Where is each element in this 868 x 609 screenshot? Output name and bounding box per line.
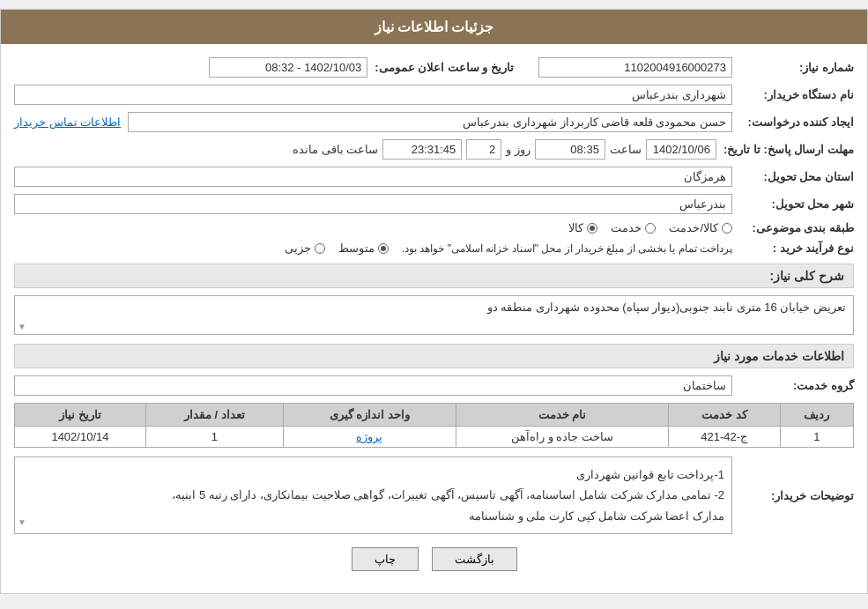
cell-date: 1402/10/14 [15,427,146,448]
print-button[interactable]: چاپ [352,547,419,571]
buyer-notes-box: 1-پرداخت تابع قوانین شهرداری 2- تمامی مد… [14,457,732,534]
services-table-body: 1 ج-42-421 ساخت جاده و راه‌آهن پروژه 1 1… [15,427,854,448]
purchase-type-label: نوع فرآیند خرید : [739,241,854,255]
cell-unit: پروژه [283,427,456,448]
category-radio-kala-khedmat: کالا/خدمت [669,221,732,234]
need-description-value: تعریض خیابان 16 متری نابند جنوبی(دیوار س… [487,301,846,314]
cell-quantity: 1 [145,427,283,448]
response-time-label: ساعت [610,143,642,156]
response-days: 2 [466,139,501,160]
buyer-name-label: نام دستگاه خریدار: [739,88,854,101]
purchase-radio-jozi-circle [315,243,325,254]
category-radio-kala-circle [587,223,597,234]
contact-link[interactable]: اطلاعات تماس خریدار [14,115,121,129]
purchase-note: پرداخت تمام یا بخشی از مبلغ خریدار از مح… [402,242,732,255]
need-description-box: تعریض خیابان 16 متری نابند جنوبی(دیوار س… [14,295,854,335]
buyer-name-row: نام دستگاه خریدار: شهرداری بندرعباس [14,85,854,105]
category-radio-kala: کالا [568,221,597,234]
creator-row: ایجاد کننده درخواست: حسن محمودی قلعه قاض… [14,112,854,132]
col-date: تاریخ نیاز [15,404,146,427]
announcement-datetime-value: 1402/10/03 - 08:32 [209,57,367,78]
announcement-datetime-label: تاریخ و ساعت اعلان عمومی: [375,61,514,74]
buyer-notes-label: توضیحات خریدار: [739,489,854,502]
city-value: بندرعباس [14,194,732,214]
creator-value: حسن محمودی قلعه قاضی کاربرداز شهرداری بن… [128,112,732,132]
buyer-notes-line3: مدارک اعضا شرکت شامل کپی کارت ملی و شناس… [22,506,724,526]
page-header: جزئیات اطلاعات نیاز [1,10,867,44]
province-value: هرمزگان [14,167,732,187]
response-days-label: روز و [506,143,530,156]
category-row: طبقه بندی موضوعی: کالا/خدمت خدمت کالا [14,221,854,234]
buyer-notes-row: توضیحات خریدار: 1-پرداخت تابع قوانین شهر… [14,457,854,534]
buttons-row: بازگشت چاپ [14,547,854,571]
back-button[interactable]: بازگشت [432,547,517,571]
purchase-type-row: نوع فرآیند خرید : پرداخت تمام یا بخشی از… [14,241,854,255]
category-radio-kala-khedmat-circle [722,223,732,234]
need-number-label: شماره نیاز: [739,61,854,74]
category-label: طبقه بندی موضوعی: [739,221,854,234]
category-radio-khedmat-label: خدمت [611,221,642,234]
service-group-label: گروه خدمت: [739,379,854,392]
service-group-row: گروه خدمت: ساختمان [14,375,854,396]
category-radio-kala-label: کالا [568,221,583,234]
services-table-header: ردیف کد خدمت نام خدمت واحد اندازه گیری ت… [15,404,854,427]
category-radio-group: کالا/خدمت خدمت کالا [568,221,732,234]
city-row: شهر محل تحویل: بندرعباس [14,194,854,214]
buyer-name-value: شهرداری بندرعباس [14,85,732,105]
province-row: استان محل تحویل: هرمزگان [14,167,854,187]
response-date: 1402/10/06 [646,139,716,160]
col-unit: واحد اندازه گیری [283,404,456,427]
creator-label: ایجاد کننده درخواست: [739,115,854,129]
purchase-radio-mutawaset-label: متوسط [338,241,375,255]
services-section-title: اطلاعات خدمات مورد نیاز [14,344,854,368]
purchase-radio-mutawaset: متوسط [338,241,389,255]
need-description-section-title: شرح کلی نیاز: [14,264,854,288]
col-row-num: ردیف [780,404,853,427]
response-deadline-label: مهلت ارسال پاسخ: تا تاریخ: [723,143,854,156]
services-table: ردیف کد خدمت نام خدمت واحد اندازه گیری ت… [14,403,854,448]
category-radio-kala-khedmat-label: کالا/خدمت [669,221,718,234]
buyer-notes-line1: 1-پرداخت تابع قوانین شهرداری [22,464,724,485]
table-row: 1 ج-42-421 ساخت جاده و راه‌آهن پروژه 1 1… [15,427,854,448]
need-number-value: 1102004916000273 [538,57,732,78]
date-time-group: 1402/10/06 ساعت 08:35 روز و 2 23:31:45 س… [293,139,716,160]
response-remaining: 23:31:45 [382,139,462,160]
need-number-row: شماره نیاز: 1102004916000273 تاریخ و ساع… [14,57,854,78]
page-container: جزئیات اطلاعات نیاز شماره نیاز: 11020049… [0,9,868,594]
response-remaining-label: ساعت باقی مانده [293,143,378,156]
col-service-code: کد خدمت [668,404,780,427]
city-label: شهر محل تحویل: [739,197,854,211]
response-deadline-row: مهلت ارسال پاسخ: تا تاریخ: 1402/10/06 سا… [14,139,854,160]
col-service-name: نام خدمت [456,404,668,427]
need-description-wrapper: تعریض خیابان 16 متری نابند جنوبی(دیوار س… [14,295,854,335]
province-label: استان محل تحویل: [739,170,854,183]
content-area: شماره نیاز: 1102004916000273 تاریخ و ساع… [1,44,867,593]
purchase-radio-mutawaset-circle [378,243,389,254]
col-quantity: تعداد / مقدار [145,404,283,427]
service-group-value: ساختمان [14,375,732,396]
cell-service-name: ساخت جاده و راه‌آهن [456,427,668,448]
purchase-radio-jozi-label: جزیی [285,241,311,255]
buyer-notes-line2: 2- تمامی مدارک شرکت شامل اساسنامه، آگهی … [22,485,724,505]
purchase-radio-group: پرداخت تمام یا بخشی از مبلغ خریدار از مح… [285,241,732,255]
category-radio-khedmat-circle [645,223,656,234]
services-table-header-row: ردیف کد خدمت نام خدمت واحد اندازه گیری ت… [15,404,854,427]
cell-service-code: ج-42-421 [668,427,780,448]
page-title: جزئیات اطلاعات نیاز [375,19,494,34]
purchase-radio-jozi: جزیی [285,241,325,255]
need-description-label: شرح کلی نیاز: [770,269,844,283]
cell-row-num: 1 [780,427,853,448]
category-radio-khedmat: خدمت [611,221,656,234]
response-time: 08:35 [535,139,605,160]
